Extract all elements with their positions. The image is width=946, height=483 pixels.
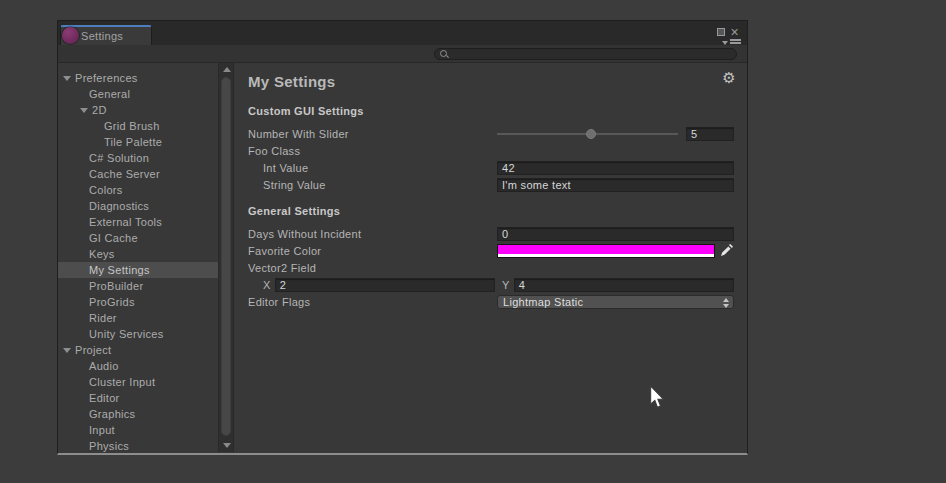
vector2-field-row: Vector2 Field xyxy=(248,259,734,276)
vector2-label: Vector2 Field xyxy=(248,262,497,274)
vector2-x-field[interactable]: 2 xyxy=(275,278,495,292)
sidebar-item-probuilder[interactable]: ProBuilder xyxy=(58,278,218,294)
y-axis-label: Y xyxy=(502,279,510,291)
sidebar-item-colors[interactable]: Colors xyxy=(58,182,218,198)
x-axis-label: X xyxy=(263,279,271,291)
sidebar-item-gi-cache[interactable]: GI Cache xyxy=(58,230,218,246)
int-value-label: Int Value xyxy=(248,162,497,174)
days-without-incident-row: Days Without Incident 0 xyxy=(248,225,734,242)
sidebar-item-2d[interactable]: 2D xyxy=(58,102,218,118)
editor-flags-label: Editor Flags xyxy=(248,296,497,308)
gear-icon[interactable]: ⚙ xyxy=(722,69,736,87)
foldout-triangle-icon[interactable] xyxy=(63,76,71,81)
editor-flags-dropdown[interactable]: Lightmap Static xyxy=(497,295,734,309)
sidebar-item-progrids[interactable]: ProGrids xyxy=(58,294,218,310)
sidebar-item-general[interactable]: General xyxy=(58,86,218,102)
settings-panel: My Settings ⚙ Custom GUI Settings Number… xyxy=(234,63,747,452)
purple-dot-icon xyxy=(62,27,79,44)
number-with-slider-row: Number With Slider 5 xyxy=(248,125,734,142)
sidebar-item-unity-services[interactable]: Unity Services xyxy=(58,326,218,342)
days-field[interactable]: 0 xyxy=(497,227,734,241)
editor-flags-row: Editor Flags Lightmap Static xyxy=(248,293,734,310)
close-icon[interactable]: × xyxy=(731,27,739,37)
sidebar-item-tile-palette[interactable]: Tile Palette xyxy=(58,134,218,150)
sidebar-scrollbar[interactable] xyxy=(218,63,233,452)
favorite-color-label: Favorite Color xyxy=(248,245,497,257)
tab-title: Settings xyxy=(81,30,123,42)
scroll-up-icon[interactable] xyxy=(223,67,231,72)
int-value-field[interactable]: 42 xyxy=(497,161,734,175)
sidebar-item-my-settings[interactable]: My Settings xyxy=(58,262,218,278)
sidebar-item-grid-brush[interactable]: Grid Brush xyxy=(58,118,218,134)
sidebar-item-preferences[interactable]: Preferences xyxy=(58,70,218,86)
search-input[interactable] xyxy=(449,49,736,59)
sidebar-item-editor[interactable]: Editor xyxy=(58,390,218,406)
vector2-xy-row: X 2 Y 4 xyxy=(248,276,734,293)
sidebar-item-cluster-input[interactable]: Cluster Input xyxy=(58,374,218,390)
int-value-row: Int Value 42 xyxy=(248,159,734,176)
color-swatch[interactable] xyxy=(497,244,715,258)
search-icon xyxy=(440,50,449,59)
custom-gui-section-header: Custom GUI Settings xyxy=(248,105,734,119)
slider-label: Number With Slider xyxy=(248,128,497,140)
color-swatch-fill xyxy=(498,245,714,254)
foldout-triangle-icon[interactable] xyxy=(80,108,88,113)
sidebar-item-diagnostics[interactable]: Diagnostics xyxy=(58,198,218,214)
maximize-icon[interactable] xyxy=(717,28,725,36)
sidebar-item-audio[interactable]: Audio xyxy=(58,358,218,374)
string-value-row: String Value I'm some text xyxy=(248,176,734,193)
scrollbar-thumb[interactable] xyxy=(221,77,231,436)
tab-bar: ⚙ Settings × xyxy=(58,21,747,45)
sidebar-item-input[interactable]: Input xyxy=(58,422,218,438)
scroll-down-icon[interactable] xyxy=(223,443,231,448)
page-title: My Settings xyxy=(248,73,734,91)
dropdown-stepper-icon xyxy=(723,298,729,308)
string-value-label: String Value xyxy=(248,179,497,191)
settings-tree: Preferences General 2D Grid Brush Tile P… xyxy=(58,63,218,452)
string-value-field[interactable]: I'm some text xyxy=(497,178,734,192)
days-label: Days Without Incident xyxy=(248,228,497,240)
foo-class-row: Foo Class xyxy=(248,142,734,159)
eyedropper-icon[interactable] xyxy=(718,243,734,259)
vector2-y-field[interactable]: 4 xyxy=(514,278,734,292)
sidebar-item-project[interactable]: Project xyxy=(58,342,218,358)
sidebar: Preferences General 2D Grid Brush Tile P… xyxy=(58,63,234,452)
favorite-color-row: Favorite Color xyxy=(248,242,734,259)
color-swatch-alpha-bar xyxy=(498,254,714,257)
sidebar-item-rider[interactable]: Rider xyxy=(58,310,218,326)
number-slider[interactable] xyxy=(497,127,678,141)
settings-window: ⚙ Settings × Preferences General 2D Grid… xyxy=(57,20,748,455)
slider-value-field[interactable]: 5 xyxy=(686,127,734,141)
sidebar-item-cache-server[interactable]: Cache Server xyxy=(58,166,218,182)
general-section-header: General Settings xyxy=(248,205,734,219)
sidebar-item-csharp-solution[interactable]: C# Solution xyxy=(58,150,218,166)
foldout-triangle-icon[interactable] xyxy=(63,348,71,353)
search-box[interactable] xyxy=(434,48,737,60)
sidebar-item-graphics[interactable]: Graphics xyxy=(58,406,218,422)
slider-thumb[interactable] xyxy=(586,129,596,139)
toolbar xyxy=(58,45,747,63)
sidebar-item-external-tools[interactable]: External Tools xyxy=(58,214,218,230)
sidebar-item-physics[interactable]: Physics xyxy=(58,438,218,452)
foo-class-label: Foo Class xyxy=(248,145,497,157)
sidebar-item-keys[interactable]: Keys xyxy=(58,246,218,262)
